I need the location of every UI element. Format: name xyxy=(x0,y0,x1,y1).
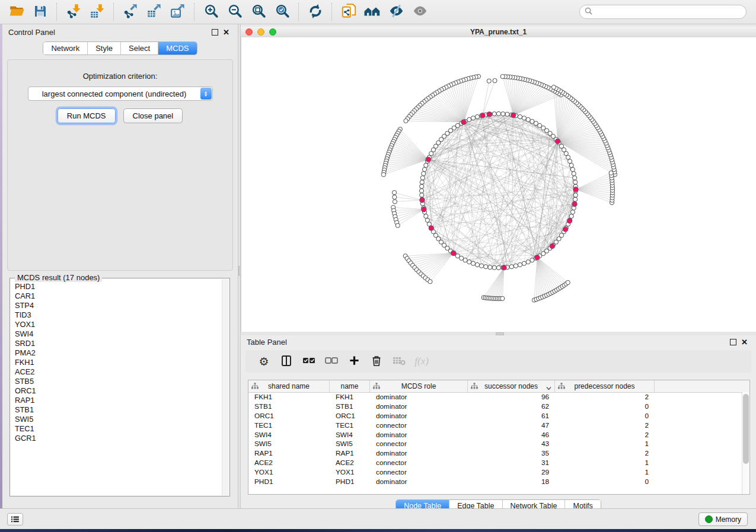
gene-node[interactable] xyxy=(492,265,496,270)
mcds-node[interactable] xyxy=(429,226,433,230)
gene-node[interactable] xyxy=(518,262,522,267)
network-window-titlebar[interactable]: YPA_prune.txt_1 xyxy=(241,27,756,38)
gene-node[interactable] xyxy=(488,265,492,270)
gene-node[interactable] xyxy=(509,265,513,269)
gene-node[interactable] xyxy=(530,119,534,123)
mcds-result-item[interactable]: SWI4 xyxy=(15,329,222,339)
network-view-canvas[interactable] xyxy=(241,37,756,332)
mcds-node[interactable] xyxy=(555,139,560,143)
gene-node[interactable] xyxy=(551,85,556,89)
gene-node[interactable] xyxy=(500,75,505,79)
gene-node[interactable] xyxy=(420,193,424,197)
gene-node[interactable] xyxy=(428,280,432,284)
gene-node[interactable] xyxy=(505,112,509,116)
tab-select[interactable]: Select xyxy=(120,42,158,55)
gene-node[interactable] xyxy=(425,218,429,222)
export-table-button[interactable] xyxy=(142,2,166,22)
mcds-node[interactable] xyxy=(420,198,425,203)
table-row[interactable]: STB1STB1dominator620 xyxy=(248,402,742,411)
mcds-node[interactable] xyxy=(426,157,430,162)
mcds-node[interactable] xyxy=(572,201,577,206)
show-details-button[interactable] xyxy=(408,2,432,22)
gene-node[interactable] xyxy=(573,197,578,201)
home-button[interactable] xyxy=(361,2,384,22)
mcds-result-item[interactable]: ORC1 xyxy=(15,386,222,396)
mcds-result-item[interactable]: FKH1 xyxy=(15,358,222,367)
mcds-node[interactable] xyxy=(550,243,554,248)
table-row[interactable]: SWI4SWI4dominator462 xyxy=(248,430,742,440)
column-header-name[interactable]: name xyxy=(330,380,370,392)
gene-node[interactable] xyxy=(522,261,526,265)
gene-node[interactable] xyxy=(570,210,575,214)
table-row[interactable]: YOX1YOX1connector291 xyxy=(248,467,742,477)
open-folder-button[interactable] xyxy=(5,2,28,22)
deselect-all-checkbox-button[interactable] xyxy=(321,352,342,370)
mcds-result-item[interactable]: PMA2 xyxy=(15,348,222,358)
gene-node[interactable] xyxy=(467,117,471,121)
tab-network[interactable]: Network xyxy=(43,42,87,55)
hide-details-button[interactable] xyxy=(384,2,408,22)
table-row[interactable]: PHD1PHD1dominator180 xyxy=(248,477,742,486)
mcds-result-item[interactable]: STP4 xyxy=(15,301,222,310)
import-network-button[interactable] xyxy=(62,2,85,22)
gene-node[interactable] xyxy=(496,265,500,270)
gene-node[interactable] xyxy=(420,176,425,180)
mcds-node[interactable] xyxy=(573,187,578,192)
gene-node[interactable] xyxy=(569,214,573,218)
mcds-result-item[interactable]: ACE2 xyxy=(15,367,222,377)
gene-node[interactable] xyxy=(475,114,479,118)
gene-node[interactable] xyxy=(526,260,530,264)
gene-node[interactable] xyxy=(566,280,570,284)
refresh-button[interactable] xyxy=(304,2,327,22)
gene-node[interactable] xyxy=(500,296,505,300)
gene-node[interactable] xyxy=(392,190,396,194)
gene-node[interactable] xyxy=(393,200,397,204)
gene-node[interactable] xyxy=(471,116,475,120)
table-panel-float-button[interactable] xyxy=(728,339,739,345)
zoom-fit-button[interactable] xyxy=(247,2,270,22)
gene-node[interactable] xyxy=(493,79,497,83)
gene-node[interactable] xyxy=(395,223,400,227)
mcds-node[interactable] xyxy=(461,120,466,124)
zoom-selected-button[interactable] xyxy=(270,2,294,22)
gene-node[interactable] xyxy=(463,258,467,262)
gene-node[interactable] xyxy=(419,188,423,193)
gene-node[interactable] xyxy=(404,118,408,123)
memory-button[interactable]: Memory xyxy=(698,512,748,526)
mcds-node[interactable] xyxy=(422,207,426,211)
mcds-result-item[interactable]: STB1 xyxy=(15,405,222,415)
gene-node[interactable] xyxy=(522,116,526,120)
table-row[interactable]: RAP1RAP1dominator352 xyxy=(248,448,742,458)
gene-node[interactable] xyxy=(513,264,518,268)
gene-node[interactable] xyxy=(422,171,426,175)
mcds-result-item[interactable]: YOX1 xyxy=(15,320,222,329)
network-graph[interactable] xyxy=(241,37,756,332)
mcds-result-list[interactable]: PHD1CAR1STP4TID3YOX1SWI4SRD1PMA2FKH1ACE2… xyxy=(10,281,222,495)
split-panel-button[interactable] xyxy=(276,352,296,370)
search-input[interactable] xyxy=(595,6,746,18)
scrollbar-thumb[interactable] xyxy=(743,394,749,464)
gear-button[interactable]: ⚙ xyxy=(254,352,274,370)
column-header-successor-nodes[interactable]: successor nodes xyxy=(468,380,555,392)
gene-node[interactable] xyxy=(573,176,577,180)
gene-node[interactable] xyxy=(501,112,505,116)
zoom-in-button[interactable] xyxy=(199,2,223,22)
gene-node[interactable] xyxy=(496,111,500,116)
gene-node[interactable] xyxy=(609,171,613,175)
mcds-node[interactable] xyxy=(511,113,516,117)
tab-style[interactable]: Style xyxy=(87,42,120,55)
mcds-node[interactable] xyxy=(487,112,492,117)
gene-node[interactable] xyxy=(471,261,475,265)
mcds-result-item[interactable]: SWI5 xyxy=(15,415,222,424)
gene-node[interactable] xyxy=(420,184,424,188)
gene-node[interactable] xyxy=(484,265,488,269)
table-row[interactable]: TEC1TEC1connector472 xyxy=(248,421,742,430)
mcds-node[interactable] xyxy=(535,255,540,259)
mcds-node[interactable] xyxy=(451,251,455,255)
export-image-button[interactable] xyxy=(166,2,190,22)
mcds-node[interactable] xyxy=(502,265,506,270)
gene-node[interactable] xyxy=(569,163,573,167)
gene-node[interactable] xyxy=(381,172,385,177)
column-header-shared-name[interactable]: shared name xyxy=(248,380,330,392)
table-panel-close-button[interactable]: ✕ xyxy=(739,339,750,345)
